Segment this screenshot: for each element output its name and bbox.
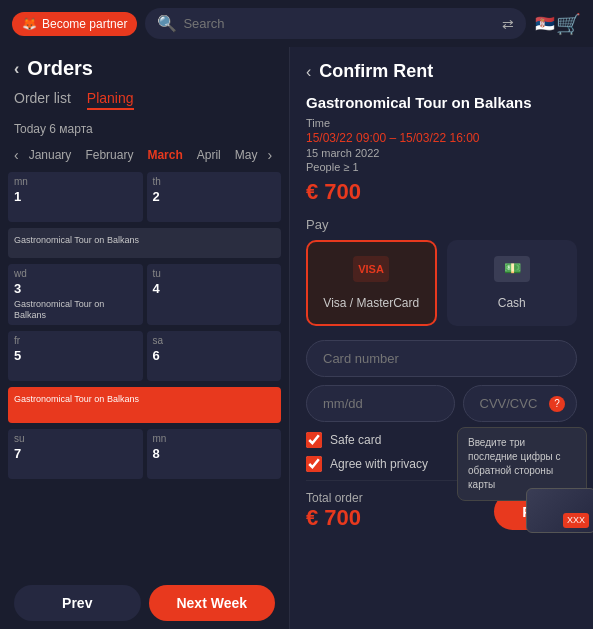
- tour-name: Gastronomical Tour on Balkans: [306, 94, 577, 111]
- cash-icon: 💵: [494, 256, 530, 288]
- search-input[interactable]: [183, 16, 502, 31]
- partner-icon: 🦊: [22, 17, 37, 31]
- tab-order-list[interactable]: Order list: [14, 90, 71, 110]
- month-february[interactable]: February: [81, 146, 137, 164]
- total-info: Total order € 700: [306, 491, 363, 531]
- become-partner-label: Become partner: [42, 17, 127, 31]
- month-next-arrow[interactable]: ›: [267, 147, 272, 163]
- day-abbr: fr: [14, 335, 137, 346]
- payment-methods: VISA Visa / MasterCard 💵 Cash: [306, 240, 577, 326]
- day-cell-wed-3[interactable]: wd 3 Gastronomical Tour on Balkans: [8, 264, 143, 325]
- tooltip-text: Введите три последние цифры с обратной с…: [468, 437, 561, 490]
- agree-checkbox[interactable]: [306, 456, 322, 472]
- event-cell-balkans-1[interactable]: Gastronomical Tour on Balkans: [8, 228, 281, 258]
- cvv-help-icon[interactable]: ?: [549, 396, 565, 412]
- week-row-2: wd 3 Gastronomical Tour on Balkans tu 4: [6, 262, 283, 327]
- prev-next-row: Prev Next Week: [0, 577, 289, 629]
- mm-dd-input[interactable]: [306, 385, 455, 422]
- day-abbr: mn: [153, 433, 276, 444]
- confirm-title: Confirm Rent: [319, 61, 433, 82]
- card-visual: XXX: [526, 488, 593, 533]
- event-cell-balkans-highlighted[interactable]: Gastronomical Tour on Balkans: [8, 387, 281, 423]
- day-num: 5: [14, 348, 137, 363]
- cart-icon[interactable]: 🛒: [556, 12, 581, 36]
- date-value: 15 march 2022: [306, 147, 577, 159]
- day-cell-fri-5[interactable]: fr 5: [8, 331, 143, 381]
- month-nav: ‹ January February March April May ›: [0, 140, 289, 170]
- month-prev-arrow[interactable]: ‹: [14, 147, 19, 163]
- month-may[interactable]: May: [231, 146, 262, 164]
- week-row-3: fr 5 sa 6: [6, 329, 283, 383]
- day-abbr: su: [14, 433, 137, 444]
- payment-visa[interactable]: VISA Visa / MasterCard: [306, 240, 437, 326]
- event-text: Gastronomical Tour on Balkans: [14, 394, 275, 405]
- tab-planing[interactable]: Planing: [87, 90, 134, 110]
- cvv-tooltip: Введите три последние цифры с обратной с…: [457, 427, 587, 501]
- time-label: Time: [306, 117, 577, 129]
- today-label: Today 6 марта: [0, 118, 289, 140]
- safe-card-label: Safe card: [330, 433, 381, 447]
- confirm-title-row: ‹ Confirm Rent: [306, 61, 577, 82]
- orders-back-arrow[interactable]: ‹: [14, 60, 19, 78]
- visa-icon: VISA: [353, 256, 389, 288]
- prev-button[interactable]: Prev: [14, 585, 141, 621]
- day-cell-sat-6[interactable]: sa 6: [147, 331, 282, 381]
- people-value: People ≥ 1: [306, 161, 577, 173]
- month-january[interactable]: January: [25, 146, 76, 164]
- day-abbr: tu: [153, 268, 276, 279]
- day-num: 1: [14, 189, 137, 204]
- main-content: ‹ Orders Order list Planing Today 6 март…: [0, 47, 593, 629]
- cvv-wrapper: ?: [463, 385, 578, 422]
- total-label: Total order: [306, 491, 363, 505]
- calendar-grid: mn 1 th 2 Gastronomical Tour on Balkans …: [0, 170, 289, 577]
- day-num: 7: [14, 446, 137, 461]
- card-xxx: XXX: [563, 513, 589, 528]
- price-value: € 700: [306, 179, 577, 205]
- day-num: 2: [153, 189, 276, 204]
- week-row-event-2: Gastronomical Tour on Balkans: [6, 385, 283, 425]
- card-details-row: ? Введите три последние цифры с обратной…: [306, 385, 577, 422]
- orders-title: Orders: [27, 57, 93, 80]
- svg-text:VISA: VISA: [358, 263, 384, 275]
- day-abbr: wd: [14, 268, 137, 279]
- day-num: 8: [153, 446, 276, 461]
- day-abbr: mn: [14, 176, 137, 187]
- search-bar: 🔍 ⇄: [145, 8, 526, 39]
- day-num: 3: [14, 281, 137, 296]
- agree-label: Agree with privacy: [330, 457, 428, 471]
- day-abbr: th: [153, 176, 276, 187]
- left-panel: ‹ Orders Order list Planing Today 6 март…: [0, 47, 290, 629]
- event-text: Gastronomical Tour on Balkans: [14, 299, 137, 321]
- total-price: € 700: [306, 505, 363, 531]
- card-number-input[interactable]: [306, 340, 577, 377]
- day-cell-mon-1[interactable]: mn 1: [8, 172, 143, 222]
- month-march[interactable]: March: [143, 146, 186, 164]
- day-abbr: sa: [153, 335, 276, 346]
- flag-icon: 🇷🇸: [534, 16, 556, 32]
- search-icon: 🔍: [157, 14, 177, 33]
- filter-icon[interactable]: ⇄: [502, 16, 514, 32]
- become-partner-button[interactable]: 🦊 Become partner: [12, 12, 137, 36]
- cash-label: Cash: [498, 296, 526, 310]
- time-value: 15/03/22 09:00 – 15/03/22 16:00: [306, 131, 577, 145]
- week-row-4: su 7 mn 8: [6, 427, 283, 481]
- orders-header: ‹ Orders: [0, 47, 289, 86]
- safe-card-checkbox[interactable]: [306, 432, 322, 448]
- payment-cash[interactable]: 💵 Cash: [447, 240, 578, 326]
- svg-text:💵: 💵: [503, 260, 521, 277]
- event-text: Gastronomical Tour on Balkans: [14, 235, 275, 246]
- day-cell-mon-8[interactable]: mn 8: [147, 429, 282, 479]
- day-cell-tue-4[interactable]: tu 4: [147, 264, 282, 325]
- week-row-1: mn 1 th 2: [6, 170, 283, 224]
- day-num: 6: [153, 348, 276, 363]
- month-april[interactable]: April: [193, 146, 225, 164]
- visa-label: Visa / MasterCard: [323, 296, 419, 310]
- day-cell-thu-2[interactable]: th 2: [147, 172, 282, 222]
- order-tabs: Order list Planing: [0, 86, 289, 118]
- next-week-button[interactable]: Next Week: [149, 585, 276, 621]
- week-row-event-1: Gastronomical Tour on Balkans: [6, 226, 283, 260]
- confirm-back-arrow[interactable]: ‹: [306, 63, 311, 81]
- pay-label: Pay: [306, 217, 577, 232]
- day-cell-sun-7[interactable]: su 7: [8, 429, 143, 479]
- card-fields: ? Введите три последние цифры с обратной…: [306, 340, 577, 422]
